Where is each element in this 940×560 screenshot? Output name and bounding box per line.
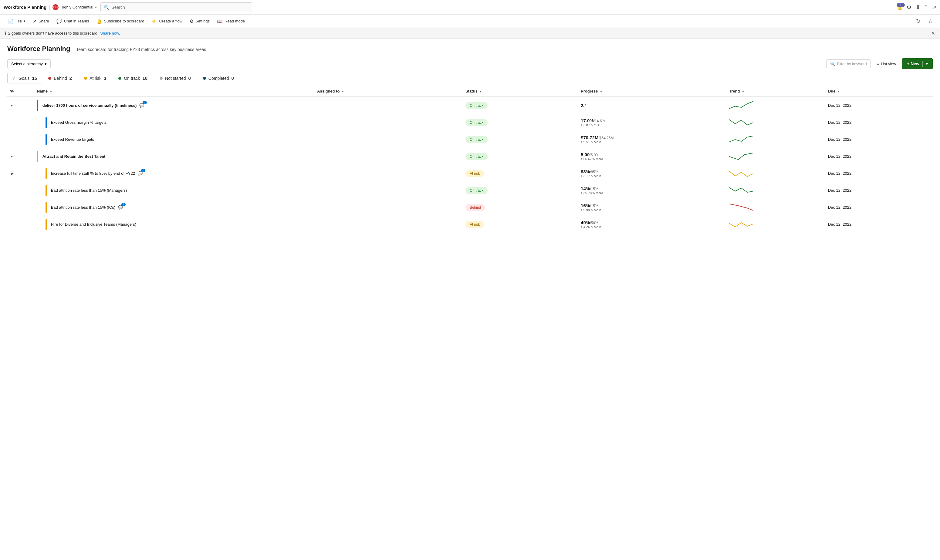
trend-cell bbox=[727, 114, 826, 131]
assigned-cell bbox=[315, 216, 463, 233]
search-input[interactable] bbox=[111, 5, 249, 10]
progress-target: /$64.25M bbox=[598, 136, 614, 140]
stat-item-behind[interactable]: Behind 2 bbox=[42, 73, 78, 83]
progress-change: ↓ 3.17% MoM bbox=[581, 174, 724, 178]
stat-count: 15 bbox=[32, 75, 37, 81]
share-now-link[interactable]: Share now. bbox=[100, 31, 120, 35]
table-row: Bad attrition rate less than 15% (Manage… bbox=[7, 182, 933, 199]
table-row: ▾Attract and Retain the Best TalentOn tr… bbox=[7, 148, 933, 165]
status-sort-icon: ▾ bbox=[480, 89, 482, 93]
subscribe-button[interactable]: 🔔 Subscribe to scorecard bbox=[94, 17, 148, 26]
controls-row: Select a hierarchy ▾ 🔍 Filter by keyword… bbox=[0, 56, 940, 73]
stat-item-on-track[interactable]: On track 10 bbox=[112, 73, 154, 83]
status-badge: At risk bbox=[465, 221, 484, 228]
col-header-trend[interactable]: Trend ▾ bbox=[727, 86, 826, 97]
expand-all-icon[interactable]: ≫ bbox=[10, 89, 14, 94]
comment-badge[interactable]: 💬2 bbox=[138, 102, 145, 109]
stat-label: Not started bbox=[165, 76, 186, 81]
app-title: Workforce Planning bbox=[4, 5, 46, 10]
status-badge: Behind bbox=[465, 204, 485, 211]
progress-main: $70.72M bbox=[581, 135, 598, 140]
trend-cell bbox=[727, 148, 826, 165]
assigned-cell bbox=[315, 199, 463, 216]
filter-search-icon: 🔍 bbox=[830, 62, 835, 66]
assigned-cell bbox=[315, 131, 463, 148]
page-description: Team scorecard for tracking FY23 metrics… bbox=[76, 47, 206, 52]
create-flow-button[interactable]: ⚡ Create a flow bbox=[148, 17, 185, 26]
new-button[interactable]: + New ▾ bbox=[902, 58, 933, 69]
hierarchy-selector[interactable]: Select a hierarchy ▾ bbox=[7, 60, 51, 68]
stat-item-goals[interactable]: ✓ Goals 15 bbox=[7, 73, 42, 83]
progress-target: /85% bbox=[590, 170, 598, 174]
stat-count: 0 bbox=[188, 75, 191, 81]
settings-button[interactable]: ⚙ Settings bbox=[187, 17, 213, 26]
expand-button[interactable]: ▾ bbox=[10, 154, 14, 159]
stat-item-not-started[interactable]: Not started 0 bbox=[154, 73, 197, 83]
new-btn-divider bbox=[922, 61, 923, 67]
chat-teams-button[interactable]: 💬 Chat in Teams bbox=[54, 17, 92, 26]
progress-main: 16% bbox=[581, 203, 590, 208]
status-badge: On track bbox=[465, 153, 488, 160]
expand-button[interactable]: ▶ bbox=[10, 171, 15, 176]
download-icon[interactable]: ⬇ bbox=[916, 4, 920, 11]
stat-label: At risk bbox=[89, 76, 102, 81]
comment-badge[interactable]: 💬1 bbox=[137, 170, 143, 177]
progress-change: ↑ 35.78% MoM bbox=[581, 191, 724, 195]
assigned-cell bbox=[315, 114, 463, 131]
progress-sort-icon: ▾ bbox=[600, 89, 602, 93]
file-button[interactable]: 📄 File ▾ bbox=[5, 17, 29, 26]
progress-main: 14% bbox=[581, 186, 590, 191]
stat-item-at-risk[interactable]: At risk 3 bbox=[78, 73, 112, 83]
read-mode-button[interactable]: 📖 Read mode bbox=[214, 17, 248, 26]
list-view-button[interactable]: ≡ List view bbox=[874, 60, 898, 68]
row-indicator bbox=[46, 117, 47, 128]
page-title: Workforce Planning bbox=[7, 45, 70, 52]
table-body: ▾deliver 1700 hours of service annually … bbox=[7, 97, 933, 233]
notification-button[interactable]: 🔔 119 bbox=[897, 5, 902, 10]
col-header-name[interactable]: Name ▾ bbox=[35, 86, 315, 97]
comment-badge[interactable]: 💬2 bbox=[117, 204, 124, 211]
due-cell: Dec 12, 2022 bbox=[826, 199, 933, 216]
info-close-button[interactable]: ✕ bbox=[931, 30, 935, 36]
progress-main: 17.0% bbox=[581, 118, 594, 123]
refresh-button[interactable]: ↻ bbox=[914, 17, 923, 26]
topbar-right: 🔔 119 ⚙ ⬇ ? ↗ bbox=[897, 4, 936, 11]
table-row: Exceed Gross margin % targetsOn track17.… bbox=[7, 114, 933, 131]
stat-dot bbox=[48, 77, 51, 80]
status-badge: On track bbox=[465, 136, 488, 143]
stat-item-completed[interactable]: Completed 0 bbox=[197, 73, 240, 83]
col-header-status[interactable]: Status ▾ bbox=[463, 86, 578, 97]
filter-input[interactable]: 🔍 Filter by keyword bbox=[826, 60, 871, 68]
star-button[interactable]: ☆ bbox=[925, 17, 935, 26]
progress-change: ↑ 66.67% MoM bbox=[581, 157, 724, 161]
filter-placeholder: Filter by keyword bbox=[837, 62, 866, 66]
goal-name: Hire for Diverse and Inclusive Teams (Ma… bbox=[51, 222, 137, 227]
col-header-progress[interactable]: Progress ▾ bbox=[578, 86, 727, 97]
col-header-due[interactable]: Due ▾ bbox=[826, 86, 933, 97]
search-bar[interactable]: 🔍 bbox=[100, 2, 252, 12]
stat-count: 3 bbox=[104, 75, 106, 81]
col-header-assigned[interactable]: Assigned to ▾ bbox=[315, 86, 463, 97]
search-icon: 🔍 bbox=[104, 5, 109, 10]
topbar-left: Workforce Planning | HC Highly Confident… bbox=[4, 4, 97, 10]
row-indicator bbox=[46, 168, 47, 179]
toolbar: 📄 File ▾ ↗ Share 💬 Chat in Teams 🔔 Subsc… bbox=[0, 15, 940, 28]
sensitivity-chevron-icon[interactable]: ▾ bbox=[95, 5, 97, 9]
help-icon[interactable]: ? bbox=[925, 4, 928, 10]
info-icon: ℹ bbox=[5, 31, 6, 35]
share-icon: ↗ bbox=[33, 18, 37, 24]
progress-change: ↑ 3.87% YTD bbox=[581, 123, 724, 127]
share-network-icon[interactable]: ↗ bbox=[932, 4, 936, 11]
expand-button[interactable]: ▾ bbox=[10, 103, 14, 108]
goal-name: Exceed Gross margin % targets bbox=[51, 120, 107, 125]
trend-cell bbox=[727, 131, 826, 148]
settings-icon[interactable]: ⚙ bbox=[907, 4, 911, 11]
progress-main: 49% bbox=[581, 220, 590, 225]
share-button[interactable]: ↗ Share bbox=[30, 17, 52, 26]
table-row: Hire for Diverse and Inclusive Teams (Ma… bbox=[7, 216, 933, 233]
comment-count: 1 bbox=[141, 169, 145, 172]
progress-target: /5.00 bbox=[589, 153, 598, 157]
topbar: Workforce Planning | HC Highly Confident… bbox=[0, 0, 940, 15]
info-message: 2 goals owners don't have access to this… bbox=[8, 31, 98, 35]
progress-cell: $70.72M/$64.25M↑ 9.51% MoM bbox=[578, 131, 727, 148]
